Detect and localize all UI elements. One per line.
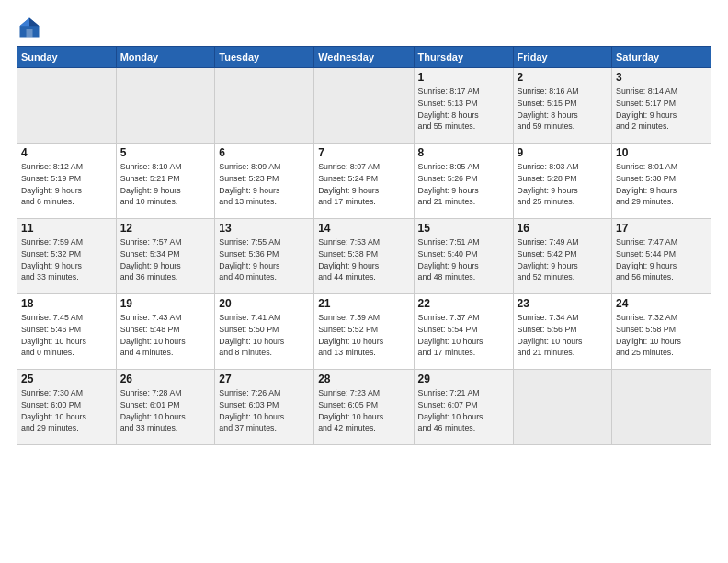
calendar-day-cell: 20Sunrise: 7:41 AMSunset: 5:50 PMDayligh… — [215, 294, 314, 370]
day-info: Sunrise: 8:14 AMSunset: 5:17 PMDaylight:… — [616, 86, 707, 132]
calendar-day-cell — [513, 370, 611, 445]
calendar-day-cell — [17, 68, 117, 144]
calendar-day-cell: 18Sunrise: 7:45 AMSunset: 5:46 PMDayligh… — [17, 294, 117, 370]
day-number: 14 — [318, 222, 409, 235]
calendar-day-cell: 3Sunrise: 8:14 AMSunset: 5:17 PMDaylight… — [612, 68, 711, 144]
day-info: Sunrise: 8:12 AMSunset: 5:19 PMDaylight:… — [21, 161, 112, 208]
calendar-week-row: 11Sunrise: 7:59 AMSunset: 5:32 PMDayligh… — [17, 219, 711, 294]
day-number: 3 — [616, 71, 707, 84]
day-info: Sunrise: 8:16 AMSunset: 5:15 PMDaylight:… — [518, 86, 608, 132]
calendar-day-cell: 27Sunrise: 7:26 AMSunset: 6:03 PMDayligh… — [215, 370, 314, 445]
calendar-day-cell: 5Sunrise: 8:10 AMSunset: 5:21 PMDaylight… — [116, 144, 215, 219]
calendar-day-cell: 19Sunrise: 7:43 AMSunset: 5:48 PMDayligh… — [116, 294, 215, 370]
day-info: Sunrise: 7:30 AMSunset: 6:00 PMDaylight:… — [21, 387, 112, 434]
weekday-header-saturday: Saturday — [612, 47, 711, 68]
day-number: 13 — [219, 222, 310, 235]
calendar-day-cell — [612, 370, 711, 445]
day-info: Sunrise: 7:51 AMSunset: 5:40 PMDaylight:… — [418, 236, 509, 283]
day-info: Sunrise: 8:07 AMSunset: 5:24 PMDaylight:… — [318, 161, 409, 208]
day-info: Sunrise: 8:09 AMSunset: 5:23 PMDaylight:… — [219, 161, 310, 208]
day-number: 11 — [21, 222, 112, 235]
day-info: Sunrise: 7:53 AMSunset: 5:38 PMDaylight:… — [318, 236, 409, 283]
svg-marker-1 — [29, 18, 40, 27]
day-number: 7 — [318, 146, 409, 159]
day-info: Sunrise: 7:45 AMSunset: 5:46 PMDaylight:… — [21, 312, 112, 359]
weekday-header-friday: Friday — [513, 47, 611, 68]
day-number: 15 — [418, 222, 509, 235]
calendar-day-cell: 25Sunrise: 7:30 AMSunset: 6:00 PMDayligh… — [17, 370, 117, 445]
calendar-day-cell: 29Sunrise: 7:21 AMSunset: 6:07 PMDayligh… — [414, 370, 513, 445]
day-number: 2 — [518, 71, 608, 84]
day-number: 4 — [21, 146, 112, 159]
day-number: 1 — [418, 71, 509, 84]
day-info: Sunrise: 7:26 AMSunset: 6:03 PMDaylight:… — [219, 387, 310, 434]
weekday-header-sunday: Sunday — [17, 47, 117, 68]
svg-marker-2 — [20, 18, 30, 27]
day-info: Sunrise: 7:57 AMSunset: 5:34 PMDaylight:… — [120, 236, 211, 283]
day-info: Sunrise: 7:41 AMSunset: 5:50 PMDaylight:… — [219, 312, 310, 359]
weekday-header-wednesday: Wednesday — [314, 47, 414, 68]
calendar-day-cell: 8Sunrise: 8:05 AMSunset: 5:26 PMDaylight… — [414, 144, 513, 219]
calendar-day-cell: 14Sunrise: 7:53 AMSunset: 5:38 PMDayligh… — [314, 219, 414, 294]
calendar-day-cell: 15Sunrise: 7:51 AMSunset: 5:40 PMDayligh… — [414, 219, 513, 294]
calendar-day-cell: 6Sunrise: 8:09 AMSunset: 5:23 PMDaylight… — [215, 144, 314, 219]
calendar-day-cell: 28Sunrise: 7:23 AMSunset: 6:05 PMDayligh… — [314, 370, 414, 445]
calendar-day-cell — [314, 68, 414, 144]
day-number: 16 — [518, 222, 608, 235]
calendar-day-cell: 23Sunrise: 7:34 AMSunset: 5:56 PMDayligh… — [513, 294, 611, 370]
calendar-day-cell: 9Sunrise: 8:03 AMSunset: 5:28 PMDaylight… — [513, 144, 611, 219]
calendar-table: SundayMondayTuesdayWednesdayThursdayFrid… — [17, 46, 711, 445]
page-container: SundayMondayTuesdayWednesdayThursdayFrid… — [0, 0, 728, 454]
day-info: Sunrise: 7:43 AMSunset: 5:48 PMDaylight:… — [120, 312, 211, 359]
day-info: Sunrise: 7:28 AMSunset: 6:01 PMDaylight:… — [120, 387, 211, 434]
calendar-day-cell: 24Sunrise: 7:32 AMSunset: 5:58 PMDayligh… — [612, 294, 711, 370]
calendar-day-cell: 11Sunrise: 7:59 AMSunset: 5:32 PMDayligh… — [17, 219, 117, 294]
logo — [17, 15, 46, 40]
day-number: 26 — [120, 373, 211, 385]
header — [17, 15, 711, 40]
day-number: 23 — [518, 297, 608, 310]
day-number: 21 — [318, 297, 409, 310]
calendar-day-cell: 26Sunrise: 7:28 AMSunset: 6:01 PMDayligh… — [116, 370, 215, 445]
calendar-week-row: 4Sunrise: 8:12 AMSunset: 5:19 PMDaylight… — [17, 144, 711, 219]
day-number: 27 — [219, 373, 310, 385]
calendar-day-cell: 21Sunrise: 7:39 AMSunset: 5:52 PMDayligh… — [314, 294, 414, 370]
day-number: 18 — [21, 297, 112, 310]
weekday-header-tuesday: Tuesday — [215, 47, 314, 68]
day-number: 29 — [418, 373, 509, 385]
day-number: 17 — [616, 222, 707, 235]
day-info: Sunrise: 8:05 AMSunset: 5:26 PMDaylight:… — [418, 161, 509, 208]
day-info: Sunrise: 7:59 AMSunset: 5:32 PMDaylight:… — [21, 236, 112, 283]
weekday-header-thursday: Thursday — [414, 47, 513, 68]
calendar-day-cell: 17Sunrise: 7:47 AMSunset: 5:44 PMDayligh… — [612, 219, 711, 294]
calendar-day-cell: 7Sunrise: 8:07 AMSunset: 5:24 PMDaylight… — [314, 144, 414, 219]
day-info: Sunrise: 8:17 AMSunset: 5:13 PMDaylight:… — [418, 86, 509, 132]
weekday-header-row: SundayMondayTuesdayWednesdayThursdayFrid… — [17, 47, 711, 68]
weekday-header-monday: Monday — [116, 47, 215, 68]
day-number: 20 — [219, 297, 310, 310]
day-info: Sunrise: 7:34 AMSunset: 5:56 PMDaylight:… — [518, 312, 608, 359]
calendar-day-cell: 10Sunrise: 8:01 AMSunset: 5:30 PMDayligh… — [612, 144, 711, 219]
calendar-week-row: 1Sunrise: 8:17 AMSunset: 5:13 PMDaylight… — [17, 68, 711, 144]
day-info: Sunrise: 8:03 AMSunset: 5:28 PMDaylight:… — [518, 161, 608, 208]
calendar-day-cell: 12Sunrise: 7:57 AMSunset: 5:34 PMDayligh… — [116, 219, 215, 294]
calendar-day-cell: 16Sunrise: 7:49 AMSunset: 5:42 PMDayligh… — [513, 219, 611, 294]
day-number: 6 — [219, 146, 310, 159]
day-info: Sunrise: 7:32 AMSunset: 5:58 PMDaylight:… — [616, 312, 707, 359]
calendar-week-row: 25Sunrise: 7:30 AMSunset: 6:00 PMDayligh… — [17, 370, 711, 445]
day-info: Sunrise: 8:10 AMSunset: 5:21 PMDaylight:… — [120, 161, 211, 208]
calendar-day-cell: 4Sunrise: 8:12 AMSunset: 5:19 PMDaylight… — [17, 144, 117, 219]
calendar-day-cell — [116, 68, 215, 144]
logo-icon — [17, 15, 42, 40]
day-info: Sunrise: 7:23 AMSunset: 6:05 PMDaylight:… — [318, 387, 409, 434]
day-number: 25 — [21, 373, 112, 385]
calendar-week-row: 18Sunrise: 7:45 AMSunset: 5:46 PMDayligh… — [17, 294, 711, 370]
day-number: 22 — [418, 297, 509, 310]
day-number: 5 — [120, 146, 211, 159]
day-info: Sunrise: 7:49 AMSunset: 5:42 PMDaylight:… — [518, 236, 608, 283]
day-info: Sunrise: 7:21 AMSunset: 6:07 PMDaylight:… — [418, 387, 509, 434]
calendar-day-cell: 1Sunrise: 8:17 AMSunset: 5:13 PMDaylight… — [414, 68, 513, 144]
day-number: 12 — [120, 222, 211, 235]
calendar-day-cell: 22Sunrise: 7:37 AMSunset: 5:54 PMDayligh… — [414, 294, 513, 370]
calendar-day-cell — [215, 68, 314, 144]
